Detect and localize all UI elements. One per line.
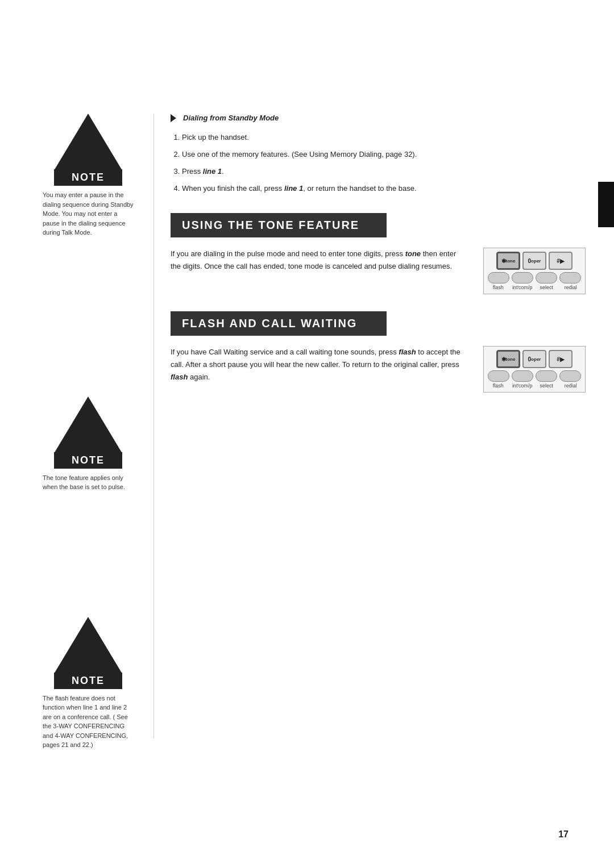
flash-section: FLASH AND CALL WAITING If you have Call … xyxy=(171,311,586,393)
step-1: Pick up the handset. xyxy=(182,130,586,145)
tone-section: USING THE TONE FEATURE If you are dialin… xyxy=(171,213,586,294)
note-triangle-1 xyxy=(54,114,122,170)
flash-label-intcom: int'com/p xyxy=(512,383,534,389)
step-2-text: Use one of the memory features. (See Usi… xyxy=(182,150,417,158)
flash-label-flash: flash xyxy=(487,383,509,389)
flash-btn-flash xyxy=(488,370,509,382)
note-label-3: NOTE xyxy=(54,673,122,689)
tone-key-hash: #▶ xyxy=(549,252,572,270)
tone-body-text: If you are dialing in the pulse mode and… xyxy=(171,248,466,273)
flash-text-part1: If you have Call Waiting service and a c… xyxy=(171,348,397,356)
tone-key-0: 0oper xyxy=(522,252,546,270)
step-4-line1: line 1 xyxy=(284,184,303,193)
flash-key-star: ✱tone xyxy=(496,350,520,368)
step-3: Press line 1. xyxy=(182,164,586,179)
subsection-heading-text: Dialing from Standby Mode xyxy=(183,114,279,122)
top-section: Dialing from Standby Mode Pick up the ha… xyxy=(171,114,586,196)
flash-word-again: flash xyxy=(171,373,188,381)
step-1-text: Pick up the handset. xyxy=(182,133,249,141)
flash-label-select: select xyxy=(536,383,558,389)
tone-label-intcom: int'com/p xyxy=(512,285,534,290)
tone-label-select: select xyxy=(536,285,558,290)
tone-label-flash: flash xyxy=(487,285,509,290)
flash-text-end: again. xyxy=(190,373,210,381)
flash-keypad-top-row: ✱tone 0oper #▶ xyxy=(487,350,582,368)
tone-btn-redial xyxy=(559,272,581,283)
note-triangle-3 xyxy=(54,617,122,674)
flash-key-hash: #▶ xyxy=(549,350,572,368)
tone-btn-flash xyxy=(488,272,509,283)
flash-body-text: If you have Call Waiting service and a c… xyxy=(171,346,466,383)
note-label-2: NOTE xyxy=(54,452,122,469)
divider-line xyxy=(154,114,154,738)
flash-btn-intcom xyxy=(512,370,533,382)
side-tab xyxy=(598,182,614,227)
note-triangle-2 xyxy=(54,397,122,453)
note-text-2: The tone feature applies only when the b… xyxy=(43,473,134,492)
tone-label-redial: redial xyxy=(560,285,582,290)
tone-keypad-top-row: ✱tone 0oper #▶ xyxy=(487,252,582,270)
page: NOTE You may enter a pause in the dialin… xyxy=(0,0,614,868)
tone-keypad-labels: flash int'com/p select redial xyxy=(487,285,582,290)
step-4: When you finish the call, press line 1, … xyxy=(182,181,586,196)
flash-btn-redial xyxy=(559,370,581,382)
step-3-line1: line 1 xyxy=(203,167,222,176)
flash-keypad-diagram: ✱tone 0oper #▶ xyxy=(483,346,586,393)
note-block-3: NOTE The flash feature does not function… xyxy=(34,617,142,750)
tone-keypad-sub-row xyxy=(487,272,582,283)
page-number: 17 xyxy=(558,829,569,840)
tone-section-header: USING THE TONE FEATURE xyxy=(171,213,387,237)
note-text-1: You may enter a pause in the dialing seq… xyxy=(43,190,134,237)
flash-keypad-sub-row xyxy=(487,370,582,382)
flash-keypad-labels: flash int'com/p select redial xyxy=(487,383,582,389)
tone-word: tone xyxy=(405,249,421,258)
left-column: NOTE You may enter a pause in the dialin… xyxy=(34,114,142,756)
note-block-1: NOTE You may enter a pause in the dialin… xyxy=(34,114,142,237)
steps-list: Pick up the handset. Use one of the memo… xyxy=(182,130,586,196)
tone-btn-select xyxy=(536,272,557,283)
step-2: Use one of the memory features. (See Usi… xyxy=(182,147,586,162)
flash-section-header: FLASH AND CALL WAITING xyxy=(171,311,387,336)
tone-content-row: If you are dialing in the pulse mode and… xyxy=(171,248,586,294)
tone-btn-intcom xyxy=(512,272,533,283)
flash-content-row: If you have Call Waiting service and a c… xyxy=(171,346,586,393)
flash-label-redial: redial xyxy=(560,383,582,389)
flash-key-0: 0oper xyxy=(522,350,546,368)
tone-key-star: ✱tone xyxy=(496,252,520,270)
note-label-1: NOTE xyxy=(54,169,122,186)
subsection-heading: Dialing from Standby Mode xyxy=(171,114,586,122)
main-column: Dialing from Standby Mode Pick up the ha… xyxy=(171,114,586,410)
tone-keypad-diagram: ✱tone 0oper #▶ xyxy=(483,248,586,294)
note-text-3: The flash feature does not function when… xyxy=(43,694,134,750)
note-block-2: NOTE The tone feature applies only when … xyxy=(34,397,142,492)
flash-btn-select xyxy=(536,370,557,382)
flash-word: flash xyxy=(399,348,416,356)
